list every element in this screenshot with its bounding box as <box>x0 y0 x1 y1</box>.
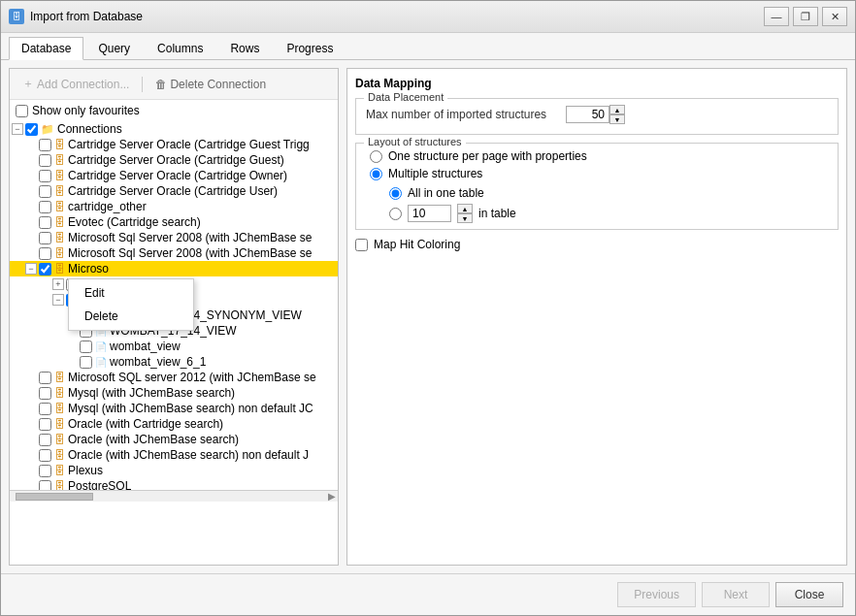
spinner-up-btn[interactable]: ▲ <box>609 105 625 114</box>
expand-btn[interactable]: − <box>25 263 37 275</box>
item-checkbox[interactable] <box>39 232 51 244</box>
tab-rows[interactable]: Rows <box>217 37 272 59</box>
item-checkbox[interactable] <box>39 387 51 400</box>
layout-radio-group: One structure per page with properties M… <box>366 149 828 223</box>
expand-btn[interactable]: + <box>52 278 64 290</box>
context-menu: Edit Delete <box>68 278 194 331</box>
context-menu-edit[interactable]: Edit <box>69 281 193 305</box>
n-in-table-row: ▲ ▼ in table <box>389 204 828 223</box>
close-window-button[interactable]: ✕ <box>822 7 847 26</box>
one-per-page-label: One structure per page with properties <box>388 149 587 163</box>
list-item[interactable]: 📄 wombat_view <box>10 339 338 354</box>
item-checkbox[interactable] <box>39 170 51 182</box>
item-checkbox[interactable] <box>39 449 51 462</box>
list-item[interactable]: 🗄 Mysql (with JChemBase search) <box>10 385 338 401</box>
list-item[interactable]: 🗄 Cartridge Server Oracle (Cartridge Gue… <box>10 137 338 152</box>
item-checkbox[interactable] <box>39 263 51 276</box>
tab-database[interactable]: Database <box>9 37 83 60</box>
list-item[interactable]: 🗄 Cartridge Server Oracle (Cartridge Use… <box>10 183 338 199</box>
n-spinner-buttons: ▲ ▼ <box>457 204 473 223</box>
minimize-button[interactable]: — <box>764 7 789 26</box>
item-checkbox[interactable] <box>39 403 51 415</box>
delete-icon: 🗑 <box>155 78 167 91</box>
add-connection-button[interactable]: ＋ Add Connection... <box>16 73 136 95</box>
n-in-table-input[interactable] <box>408 205 451 222</box>
all-in-one-label: All in one table <box>408 186 484 200</box>
layout-label: Layout of structures <box>364 136 466 147</box>
list-item[interactable]: 🗄 Oracle (with JChemBase search) non def… <box>10 447 338 463</box>
all-in-one-radio[interactable] <box>389 187 402 200</box>
list-item[interactable]: 🗄 Cartridge Server Oracle (Cartridge Gue… <box>10 152 338 168</box>
horizontal-scrollbar[interactable]: ▶ <box>10 490 338 502</box>
right-panel: Data Mapping Data Placement Max number o… <box>346 68 847 566</box>
n-spinner-up-btn[interactable]: ▲ <box>457 204 473 213</box>
list-item[interactable]: 🗄 Evotec (Cartridge search) <box>10 214 338 230</box>
item-checkbox[interactable] <box>39 465 51 477</box>
main-window: 🗄 Import from Database — ❐ ✕ Database Qu… <box>0 0 856 616</box>
show-favourites-label: Show only favourites <box>32 104 140 117</box>
item-checkbox[interactable] <box>39 434 51 446</box>
item-checkbox[interactable] <box>39 247 51 260</box>
multiple-structures-label: Multiple structures <box>388 167 482 180</box>
max-structures-input[interactable] <box>566 106 609 123</box>
root-folder-icon: 📁 <box>41 123 54 136</box>
bottom-bar: Previous Next Close <box>1 573 855 615</box>
map-hit-coloring-label: Map Hit Coloring <box>374 238 460 251</box>
multiple-structures-radio[interactable] <box>370 168 382 180</box>
tree-root[interactable]: − 📁 Connections <box>10 121 338 137</box>
data-mapping-title: Data Mapping <box>355 77 839 90</box>
list-item[interactable]: 🗄 Microsoft SQL server 2012 (with JChemB… <box>10 370 338 385</box>
list-item[interactable]: 🗄 Oracle (with Cartridge search) <box>10 416 338 432</box>
context-menu-delete[interactable]: Delete <box>69 305 193 328</box>
item-checkbox[interactable] <box>39 201 51 213</box>
list-item[interactable]: 🗄 Microsoft Sql Server 2008 (with JChemB… <box>10 230 338 245</box>
connection-toolbar: ＋ Add Connection... 🗑 Delete Connection <box>10 69 338 100</box>
item-checkbox[interactable] <box>39 480 51 491</box>
tree-item-context-open[interactable]: − 🗄 Microso Edit Delete <box>10 261 338 276</box>
list-item[interactable]: 🗄 cartridge_other <box>10 199 338 214</box>
root-expand-btn[interactable]: − <box>12 123 23 135</box>
list-item[interactable]: 🗄 Microsoft Sql Server 2008 (with JChemB… <box>10 245 338 261</box>
list-item[interactable]: 📄 wombat_view_6_1 <box>10 354 338 370</box>
tab-query[interactable]: Query <box>85 37 143 59</box>
restore-button[interactable]: ❐ <box>793 7 818 26</box>
item-checkbox[interactable] <box>39 154 51 167</box>
item-checkbox[interactable] <box>39 372 51 384</box>
tab-progress[interactable]: Progress <box>274 37 346 59</box>
list-item[interactable]: 🗄 Cartridge Server Oracle (Cartridge Own… <box>10 168 338 183</box>
data-placement-label: Data Placement <box>364 91 447 103</box>
toolbar-separator <box>142 77 143 92</box>
window-title: Import from Database <box>30 10 143 23</box>
in-table-label: in table <box>478 207 516 220</box>
n-in-table-radio[interactable] <box>389 208 402 220</box>
previous-button[interactable]: Previous <box>617 582 696 607</box>
one-per-page-radio[interactable] <box>370 150 382 163</box>
next-button[interactable]: Next <box>702 582 770 607</box>
max-structures-spinner[interactable]: ▲ ▼ <box>566 105 625 124</box>
spinner-down-btn[interactable]: ▼ <box>609 114 625 124</box>
title-buttons: — ❐ ✕ <box>764 7 847 26</box>
list-item[interactable]: 🗄 Mysql (with JChemBase search) non defa… <box>10 401 338 416</box>
item-checkbox[interactable] <box>39 185 51 198</box>
scrollbar-thumb[interactable] <box>16 493 93 501</box>
map-hit-coloring-checkbox[interactable] <box>355 239 368 251</box>
n-spinner-down-btn[interactable]: ▼ <box>457 213 473 223</box>
item-checkbox[interactable] <box>39 216 51 229</box>
tab-columns[interactable]: Columns <box>145 37 215 59</box>
delete-connection-button[interactable]: 🗑 Delete Connection <box>148 75 273 94</box>
one-per-page-row: One structure per page with properties <box>370 149 828 163</box>
close-button[interactable]: Close <box>775 582 843 607</box>
item-checkbox[interactable] <box>80 356 92 369</box>
item-checkbox[interactable] <box>39 418 51 431</box>
show-favourites-checkbox[interactable] <box>16 105 28 117</box>
list-item[interactable]: 🗄 Plexus <box>10 463 338 478</box>
expand-btn[interactable]: − <box>52 294 64 306</box>
item-checkbox[interactable] <box>80 340 92 353</box>
tree-area[interactable]: − 📁 Connections 🗄 Cartridge Server Oracl… <box>10 121 338 490</box>
tab-bar: Database Query Columns Rows Progress <box>1 33 855 60</box>
root-checkbox[interactable] <box>25 123 38 136</box>
item-checkbox[interactable] <box>39 139 51 151</box>
add-icon: ＋ <box>22 76 34 92</box>
list-item[interactable]: 🗄 Oracle (with JChemBase search) <box>10 432 338 447</box>
list-item[interactable]: 🗄 PostgreSQL <box>10 478 338 490</box>
